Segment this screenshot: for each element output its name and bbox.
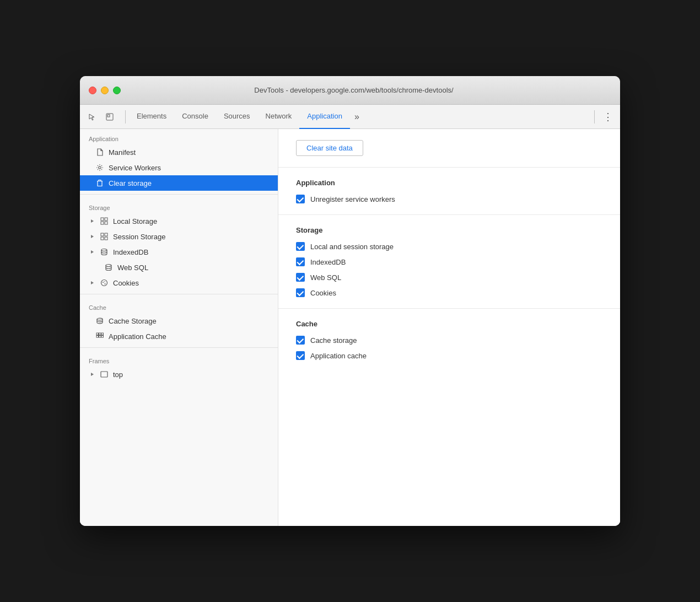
stack-icon bbox=[95, 316, 104, 325]
toolbar-divider bbox=[125, 110, 126, 123]
trash-icon bbox=[95, 179, 104, 187]
svg-rect-1 bbox=[107, 115, 110, 117]
content-area: Clear site data Application Unregister s… bbox=[278, 129, 620, 526]
tab-sources[interactable]: Sources bbox=[216, 105, 258, 129]
devtools-body: Elements Console Sources Network Applica… bbox=[80, 105, 620, 526]
tab-network[interactable]: Network bbox=[258, 105, 300, 129]
storage-checkboxes-section: Storage Local and session storage Indexe… bbox=[278, 215, 620, 309]
svg-rect-25 bbox=[96, 336, 99, 338]
sidebar-sep-3 bbox=[80, 347, 278, 348]
main-area: Application Manifest bbox=[80, 129, 620, 526]
window-title: DevTools - developers.google.com/web/too… bbox=[130, 86, 578, 94]
minimize-button[interactable] bbox=[101, 87, 109, 94]
sidebar: Application Manifest bbox=[80, 129, 278, 526]
svg-marker-8 bbox=[91, 235, 94, 238]
toolbar-icons bbox=[84, 109, 117, 125]
svg-marker-16 bbox=[91, 281, 94, 284]
toolbar-right-divider bbox=[594, 110, 595, 123]
svg-rect-23 bbox=[99, 333, 101, 335]
sidebar-sep-1 bbox=[80, 194, 278, 195]
sidebar-item-cookies[interactable]: Cookies bbox=[80, 275, 278, 291]
sidebar-item-top-frame[interactable]: top bbox=[80, 367, 278, 382]
unregister-sw-checkbox[interactable] bbox=[296, 195, 305, 203]
svg-rect-24 bbox=[101, 333, 104, 335]
local-session-storage-row: Local and session storage bbox=[296, 242, 602, 251]
cache-storage-checkbox[interactable] bbox=[296, 336, 305, 345]
sidebar-item-service-workers[interactable]: Service Workers bbox=[80, 160, 278, 175]
maximize-button[interactable] bbox=[113, 87, 121, 94]
svg-point-2 bbox=[99, 166, 101, 169]
arrow-icon bbox=[89, 233, 95, 240]
svg-point-14 bbox=[101, 249, 107, 251]
database-icon bbox=[100, 248, 109, 256]
application-checkboxes-section: Application Unregister service workers bbox=[278, 168, 620, 215]
devtools-settings-button[interactable]: ⋮ bbox=[600, 109, 616, 125]
svg-point-18 bbox=[103, 282, 104, 283]
toolbar: Elements Console Sources Network Applica… bbox=[80, 105, 620, 129]
svg-rect-22 bbox=[96, 333, 99, 335]
svg-point-17 bbox=[101, 280, 107, 286]
cache-storage-row: Cache storage bbox=[296, 336, 602, 345]
svg-rect-6 bbox=[101, 222, 104, 224]
local-session-storage-checkbox[interactable] bbox=[296, 242, 305, 251]
sidebar-item-web-sql[interactable]: Web SQL bbox=[80, 260, 278, 275]
tab-console[interactable]: Console bbox=[174, 105, 216, 129]
sidebar-item-session-storage[interactable]: Session Storage bbox=[80, 229, 278, 244]
cookie-icon bbox=[100, 278, 109, 287]
sidebar-item-local-storage[interactable]: Local Storage bbox=[80, 213, 278, 229]
tab-elements[interactable]: Elements bbox=[129, 105, 174, 129]
indexeddb-checkbox[interactable] bbox=[296, 257, 305, 266]
arrow-icon bbox=[89, 218, 95, 224]
application-cache-checkbox[interactable] bbox=[296, 351, 305, 360]
svg-point-20 bbox=[104, 281, 105, 282]
application-cache-row: Application cache bbox=[296, 351, 602, 360]
svg-point-19 bbox=[105, 283, 106, 284]
sidebar-section-application-header: Application bbox=[80, 129, 278, 144]
titlebar: DevTools - developers.google.com/web/too… bbox=[80, 76, 620, 105]
arrow-icon bbox=[89, 371, 95, 378]
cache-checkboxes-section: Cache Cache storage Application cache bbox=[278, 309, 620, 371]
svg-rect-10 bbox=[105, 233, 107, 236]
sidebar-section-cache-header: Cache bbox=[80, 298, 278, 313]
svg-rect-7 bbox=[105, 222, 107, 224]
clear-site-data-button[interactable]: Clear site data bbox=[296, 140, 363, 156]
sidebar-item-cache-storage[interactable]: Cache Storage bbox=[80, 313, 278, 329]
svg-rect-9 bbox=[101, 233, 104, 236]
web-sql-row: Web SQL bbox=[296, 273, 602, 282]
cursor-tool-button[interactable] bbox=[84, 109, 100, 125]
grid-icon bbox=[100, 232, 109, 241]
appgrid-icon bbox=[95, 332, 104, 341]
indexeddb-row: IndexedDB bbox=[296, 257, 602, 266]
cookies-row: Cookies bbox=[296, 288, 602, 297]
inspect-element-button[interactable] bbox=[102, 109, 117, 125]
database-icon bbox=[104, 263, 113, 272]
toolbar-right: ⋮ bbox=[591, 109, 616, 125]
sidebar-item-clear-storage[interactable]: Clear storage bbox=[80, 175, 278, 191]
cookies-checkbox[interactable] bbox=[296, 288, 305, 297]
svg-rect-29 bbox=[101, 372, 107, 377]
file-icon bbox=[95, 148, 104, 157]
arrow-icon bbox=[89, 280, 95, 286]
tab-bar: Elements Console Sources Network Applica… bbox=[129, 105, 591, 129]
svg-marker-28 bbox=[91, 373, 94, 376]
clear-button-section: Clear site data bbox=[278, 129, 620, 168]
sidebar-item-indexeddb[interactable]: IndexedDB bbox=[80, 244, 278, 260]
svg-rect-11 bbox=[101, 237, 104, 240]
svg-marker-3 bbox=[91, 219, 94, 223]
arrow-icon bbox=[89, 249, 95, 255]
sidebar-section-storage-header: Storage bbox=[80, 198, 278, 213]
close-button[interactable] bbox=[89, 87, 96, 94]
svg-point-21 bbox=[97, 318, 103, 320]
devtools-window: DevTools - developers.google.com/web/too… bbox=[80, 76, 620, 526]
tab-application[interactable]: Application bbox=[299, 105, 350, 129]
sidebar-item-application-cache[interactable]: Application Cache bbox=[80, 329, 278, 344]
more-tabs-button[interactable]: » bbox=[350, 105, 364, 129]
svg-rect-27 bbox=[101, 336, 104, 338]
grid-icon bbox=[100, 217, 109, 225]
web-sql-checkbox[interactable] bbox=[296, 273, 305, 282]
sidebar-sep-2 bbox=[80, 294, 278, 294]
sidebar-item-manifest[interactable]: Manifest bbox=[80, 144, 278, 160]
sidebar-section-frames-header: Frames bbox=[80, 351, 278, 367]
svg-point-15 bbox=[106, 265, 111, 267]
svg-rect-12 bbox=[105, 237, 107, 240]
